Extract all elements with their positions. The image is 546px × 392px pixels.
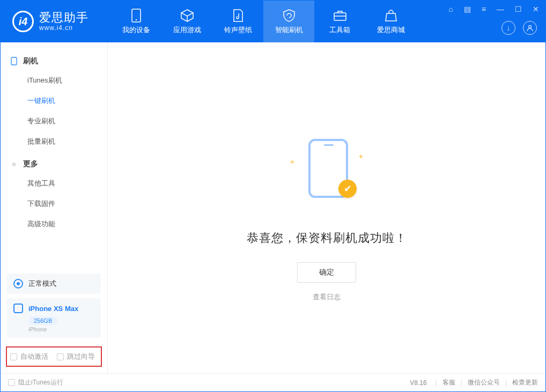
- main-content: ✦ ✦ ✔ 恭喜您，保资料刷机成功啦！ 确定 查看日志: [108, 42, 545, 373]
- window-controls: ⌂ ▤ ≡ ― ☐ ✕: [446, 4, 541, 14]
- sidebar: 刷机 iTunes刷机 一键刷机 专业刷机 批量刷机 ≡ 更多 其他工具 下载固…: [1, 42, 108, 373]
- mode-icon: [13, 279, 23, 289]
- tab-apps-games[interactable]: 应用游戏: [161, 1, 212, 42]
- music-file-icon: [231, 9, 245, 23]
- toolbox-icon: [333, 9, 347, 23]
- storage-pill: 256GB: [28, 316, 57, 325]
- top-tabs: 我的设备 应用游戏 铃声壁纸 智能刷机 工具箱 爱思商城: [110, 1, 416, 42]
- highlighted-checkbox-row: 自动激活 跳过向导: [6, 346, 102, 367]
- sidebar-item-other-tools[interactable]: 其他工具: [1, 173, 107, 194]
- checkbox-auto-activate[interactable]: 自动激活: [10, 352, 48, 361]
- shirt-icon[interactable]: ⌂: [446, 4, 455, 14]
- svg-rect-2: [334, 13, 346, 20]
- svg-point-1: [135, 19, 137, 20]
- sparkle-icon: ✦: [289, 158, 296, 166]
- view-log-link[interactable]: 查看日志: [313, 292, 341, 302]
- brand-name: 爱思助手: [39, 11, 88, 24]
- sidebar-item-itunes-flash[interactable]: iTunes刷机: [1, 70, 107, 91]
- checkbox-icon: [10, 353, 17, 360]
- success-message: 恭喜您，保资料刷机成功啦！: [247, 230, 407, 246]
- more-lines-icon: ≡: [10, 160, 18, 168]
- brand-url: www.i4.cn: [39, 25, 88, 32]
- shield-refresh-icon: [282, 9, 296, 23]
- maximize-button[interactable]: ☐: [513, 4, 524, 14]
- checkbox-icon: [57, 353, 64, 360]
- group-title: 刷机: [23, 56, 38, 66]
- sidebar-group-flash: 刷机 iTunes刷机 一键刷机 专业刷机 批量刷机: [1, 52, 107, 155]
- tab-ringtones-wallpapers[interactable]: 铃声壁纸: [212, 1, 263, 42]
- tab-smart-flash[interactable]: 智能刷机: [263, 1, 314, 42]
- device-name: iPhone XS Max: [28, 305, 78, 313]
- phone-outline-icon: [10, 57, 18, 65]
- mode-card[interactable]: 正常模式: [7, 273, 101, 294]
- support-link[interactable]: 客服: [442, 378, 455, 387]
- checkbox-icon: [8, 379, 15, 386]
- sidebar-item-onekey-flash[interactable]: 一键刷机: [1, 91, 107, 111]
- close-button[interactable]: ✕: [530, 4, 541, 14]
- check-badge-icon: ✔: [338, 180, 357, 198]
- cube-icon: [180, 9, 194, 23]
- version-label: V8.16: [410, 379, 426, 387]
- bag-icon: [384, 9, 398, 23]
- sidebar-group-more: ≡ 更多 其他工具 下载固件 高级功能: [1, 155, 107, 238]
- device-card[interactable]: iPhone XS Max 256GB iPhone: [7, 298, 101, 338]
- list-icon[interactable]: ≡: [479, 4, 488, 14]
- minimize-button[interactable]: ―: [495, 4, 506, 14]
- svg-point-4: [529, 26, 532, 28]
- tab-toolbox[interactable]: 工具箱: [314, 1, 365, 42]
- title-bar: i4 爱思助手 www.i4.cn 我的设备 应用游戏 铃声壁纸 智能刷机: [1, 1, 545, 42]
- device-outline-icon: [13, 304, 23, 313]
- tab-store[interactable]: 爱思商城: [365, 1, 416, 42]
- checkbox-block-itunes[interactable]: 阻止iTunes运行: [8, 378, 63, 387]
- sidebar-item-batch-flash[interactable]: 批量刷机: [1, 131, 107, 152]
- app-window: i4 爱思助手 www.i4.cn 我的设备 应用游戏 铃声壁纸 智能刷机: [0, 0, 546, 392]
- sidebar-item-advanced[interactable]: 高级功能: [1, 214, 107, 234]
- wechat-link[interactable]: 微信公众号: [468, 378, 500, 387]
- success-illustration: ✦ ✦ ✔: [294, 139, 359, 203]
- status-bar: 阻止iTunes运行 V8.16 | 客服 | 微信公众号 | 检查更新: [1, 373, 545, 391]
- checkbox-skip-wizard[interactable]: 跳过向导: [57, 352, 95, 361]
- check-update-link[interactable]: 检查更新: [512, 378, 538, 387]
- tab-my-device[interactable]: 我的设备: [110, 1, 161, 42]
- logo-block: i4 爱思助手 www.i4.cn: [1, 1, 110, 42]
- group-title: 更多: [23, 159, 38, 169]
- body: 刷机 iTunes刷机 一键刷机 专业刷机 批量刷机 ≡ 更多 其他工具 下载固…: [1, 42, 545, 373]
- mode-label: 正常模式: [28, 279, 56, 289]
- device-sub: iPhone: [28, 326, 94, 332]
- sparkle-icon: ✦: [358, 152, 364, 161]
- download-button[interactable]: ↓: [501, 21, 515, 35]
- logo-icon: i4: [12, 11, 34, 32]
- sidebar-item-pro-flash[interactable]: 专业刷机: [1, 111, 107, 131]
- menu-icon[interactable]: ▤: [462, 4, 473, 14]
- svg-rect-5: [11, 57, 17, 65]
- user-button[interactable]: [523, 21, 537, 35]
- confirm-button[interactable]: 确定: [297, 262, 356, 283]
- device-icon: [129, 9, 143, 23]
- sidebar-item-firmware[interactable]: 下载固件: [1, 194, 107, 214]
